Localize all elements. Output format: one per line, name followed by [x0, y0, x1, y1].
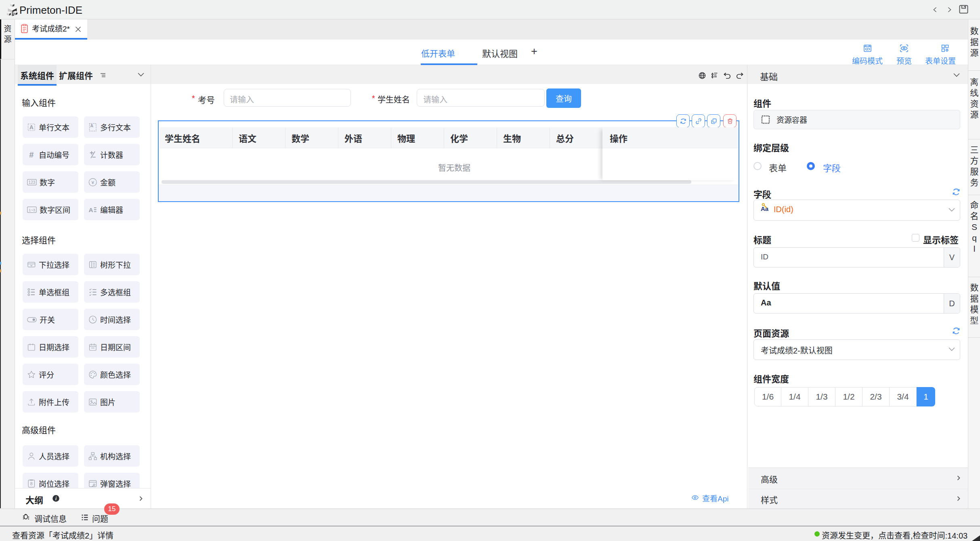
- svg-text:A: A: [29, 124, 34, 131]
- svg-text:A: A: [89, 206, 93, 213]
- svg-text:#: #: [29, 150, 34, 159]
- svg-text:¥: ¥: [91, 179, 94, 185]
- svg-text:A: A: [90, 123, 94, 128]
- svg-text:1~3: 1~3: [29, 208, 35, 212]
- svg-text:123: 123: [29, 180, 36, 185]
- svg-text:8: 8: [30, 481, 33, 486]
